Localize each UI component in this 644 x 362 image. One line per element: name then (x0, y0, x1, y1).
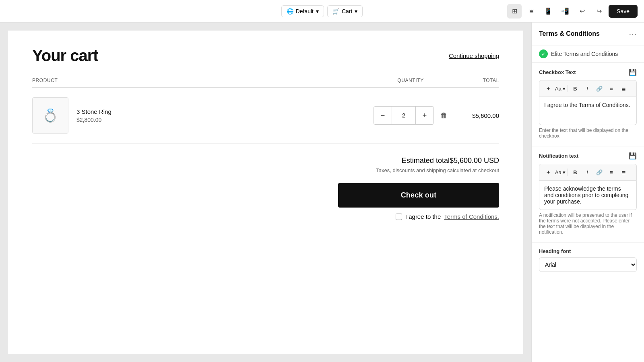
topbar-center: 🌐 Default ▾ 🛒 Cart ▾ (281, 5, 363, 17)
globe-icon: 🌐 (287, 8, 293, 14)
checkmark-icon: ✓ (539, 49, 548, 58)
heading-font-label: Heading font (539, 248, 637, 254)
default-dropdown[interactable]: 🌐 Default ▾ (281, 5, 324, 17)
checkbox-editor-toolbar: ✦ Aa ▾ B I 🔗 ≡ ≣ (539, 80, 637, 97)
link-button2[interactable]: 🔗 (594, 167, 605, 178)
cart-table-header: PRODUCT QUANTITY TOTAL (32, 78, 499, 88)
taxes-note: Taxes, discounts and shipping calculated… (376, 167, 499, 173)
cart-page: Your cart Continue shopping PRODUCT QUAN… (8, 31, 523, 354)
agree-text: I agree to the (405, 213, 441, 220)
notification-text-section: Notification text 💾 ✦ Aa ▾ B I 🔗 ≡ ≣ Ple… (532, 146, 644, 243)
item-total: $5,600.00 (451, 112, 499, 119)
cart-dropdown[interactable]: 🛒 Cart ▾ (327, 5, 363, 17)
notification-hint: A notification will be presented to the … (539, 212, 637, 235)
more-options-button[interactable]: ⋯ (629, 29, 637, 39)
cart-header: Your cart Continue shopping (32, 47, 499, 65)
italic-button[interactable]: I (582, 83, 593, 94)
qty-value: 2 (392, 107, 416, 124)
continue-shopping-link[interactable]: Continue shopping (449, 52, 499, 59)
save-state-icon2: 💾 (629, 152, 637, 160)
bullet-list-button[interactable]: ≡ (606, 83, 617, 94)
redo-icon[interactable]: ↪ (592, 4, 606, 19)
numbered-list-button2[interactable]: ≣ (618, 167, 629, 178)
terms-link[interactable]: Terms of Conditions. (444, 213, 499, 220)
undo-icon[interactable]: ↩ (575, 4, 589, 19)
cart-footer: Estimated total$5,600.00 USD Taxes, disc… (32, 156, 499, 220)
chevron-down-icon: ▾ (316, 8, 319, 14)
topbar: 🌐 Default ▾ 🛒 Cart ▾ ⊞ 🖥 📱 📲 ↩ ↪ Save (0, 0, 644, 23)
bold-button2[interactable]: B (570, 167, 581, 178)
checkout-button[interactable]: Check out (338, 183, 499, 208)
bullet-list-button2[interactable]: ≡ (606, 167, 617, 178)
tablet-icon[interactable]: 📱 (541, 4, 555, 19)
main-layout: Your cart Continue shopping PRODUCT QUAN… (0, 23, 644, 362)
right-panel: Terms & Conditions ⋯ ✓ Elite Terms and C… (531, 23, 644, 362)
ring-icon: 💍 (42, 108, 58, 123)
desktop-icon[interactable]: 🖥 (524, 4, 539, 19)
mobile-icon[interactable]: 📲 (558, 4, 572, 19)
qty-box: − 2 + (374, 106, 434, 125)
checkbox-text-content[interactable]: I agree to the Terms of Conditions. (539, 97, 637, 125)
canvas-area: Your cart Continue shopping PRODUCT QUAN… (0, 23, 531, 362)
checkbox-label-row: Checkbox Text 💾 (539, 68, 637, 76)
notification-editor-toolbar: ✦ Aa ▾ B I 🔗 ≡ ≣ (539, 164, 637, 181)
magic-icon2[interactable]: ✦ (543, 167, 554, 178)
heading-font-select[interactable]: Arial Georgia Helvetica Times New Roman … (539, 257, 637, 272)
checkbox-text-label: Checkbox Text (539, 69, 576, 75)
qty-decrease-button[interactable]: − (374, 107, 392, 124)
numbered-list-button[interactable]: ≣ (618, 83, 629, 94)
elite-badge: ✓ Elite Terms and Conditions (532, 45, 644, 63)
elite-label: Elite Terms and Conditions (551, 51, 618, 57)
item-name: 3 Stone Ring (76, 108, 111, 115)
notification-label-row: Notification text 💾 (539, 152, 637, 160)
layout-grid-icon[interactable]: ⊞ (507, 4, 522, 19)
save-button[interactable]: Save (609, 5, 638, 18)
quantity-control: − 2 + 🗑 (370, 106, 451, 125)
link-button[interactable]: 🔗 (594, 83, 605, 94)
chevron-down-icon: ▾ (355, 8, 357, 14)
cart-icon: 🛒 (332, 8, 339, 14)
topbar-actions: ⊞ 🖥 📱 📲 ↩ ↪ Save (507, 4, 638, 19)
item-info: 3 Stone Ring $2,800.00 (76, 108, 111, 123)
font-size-dropdown[interactable]: Aa ▾ (555, 83, 566, 94)
col-total-header: TOTAL (451, 78, 499, 83)
magic-icon[interactable]: ✦ (543, 83, 554, 94)
checkbox-hint: Enter the text that will be displayed on… (539, 128, 637, 139)
qty-increase-button[interactable]: + (416, 107, 433, 124)
notification-text-label: Notification text (539, 153, 578, 159)
bold-button[interactable]: B (570, 83, 581, 94)
item-product: 💍 3 Stone Ring $2,800.00 (32, 97, 370, 134)
heading-font-section: Heading font Arial Georgia Helvetica Tim… (532, 243, 644, 278)
panel-title: Terms & Conditions (539, 30, 600, 37)
checkbox-text-section: Checkbox Text 💾 ✦ Aa ▾ B I 🔗 ≡ ≣ I agree… (532, 63, 644, 146)
col-product-header: PRODUCT (32, 78, 370, 83)
save-state-icon: 💾 (629, 68, 637, 76)
cart-label: Cart (342, 8, 352, 14)
font-size-dropdown2[interactable]: Aa ▾ (555, 167, 566, 178)
terms-checkbox[interactable] (396, 214, 402, 220)
cart-item: 💍 3 Stone Ring $2,800.00 − 2 + 🗑 $5,60 (32, 88, 499, 144)
estimated-total: Estimated total$5,600.00 USD (402, 156, 499, 165)
estimated-total-value: $5,600.00 USD (450, 156, 499, 165)
delete-item-button[interactable]: 🗑 (440, 111, 448, 120)
sep2 (568, 169, 568, 176)
estimated-total-label: Estimated total (402, 156, 450, 165)
item-price: $2,800.00 (76, 117, 111, 123)
notification-text-content[interactable]: Please acknowledge the terms and conditi… (539, 181, 637, 210)
item-image: 💍 (32, 97, 68, 134)
cart-title: Your cart (32, 47, 98, 65)
agree-row: I agree to the Terms of Conditions. (396, 213, 499, 220)
panel-header: Terms & Conditions ⋯ (532, 23, 644, 45)
italic-button2[interactable]: I (582, 167, 593, 178)
col-quantity-header: QUANTITY (370, 78, 451, 83)
default-label: Default (296, 8, 314, 14)
sep1 (568, 85, 568, 92)
